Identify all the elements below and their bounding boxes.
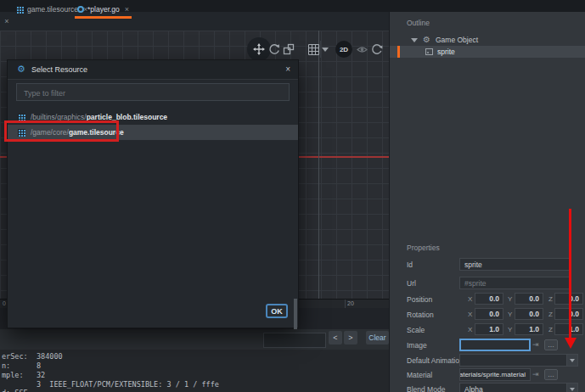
app-gear-icon: ⚙ [17, 64, 25, 75]
chevron-down-icon [570, 388, 575, 391]
dialog-scrollbar[interactable] [294, 299, 297, 329]
axis-y-label: Y [508, 295, 512, 303]
property-label: Blend Mode [407, 385, 445, 392]
property-label: Image [407, 341, 427, 350]
grid-settings-icon[interactable] [308, 44, 319, 55]
console-toolbar: < > Clear [0, 329, 389, 350]
rotation-x-field[interactable]: 0.0 [475, 308, 503, 320]
console-clear-button[interactable]: Clear [366, 331, 389, 344]
property-row-id: Id [390, 258, 585, 272]
console-output: erSec: 384000 n: 8 mple: 32 3 IEEE_FLOAT… [0, 350, 389, 392]
visibility-eye-icon[interactable] [357, 44, 368, 55]
grid-dropdown-caret-icon[interactable] [322, 48, 329, 52]
refresh-icon[interactable] [371, 43, 383, 55]
axis-z-label: Z [548, 295, 553, 303]
property-label: Url [407, 279, 416, 288]
axis-y-label: Y [508, 326, 512, 333]
ok-button[interactable]: OK [266, 304, 288, 318]
default-animation-dropdown[interactable] [459, 354, 578, 367]
mode-2d-button[interactable]: 2D [335, 41, 352, 58]
scale-x-field[interactable]: 1.0 [475, 323, 503, 335]
right-panel: Outline ⚙ Game Object sprite Properties … [389, 12, 585, 392]
resource-path: /builtins/graphics/ [31, 113, 87, 121]
axis-z-label: Z [548, 311, 553, 318]
axis-z-label: Z [548, 326, 553, 333]
id-field[interactable] [459, 258, 571, 271]
property-row-default-animation: Default Animation [390, 354, 585, 367]
dialog-title-bar[interactable]: ⚙ Select Resource × [8, 60, 298, 80]
ruler-tick-label: 20 [347, 300, 354, 306]
close-icon[interactable]: × [2, 12, 12, 31]
rotation-z-field[interactable]: 0.0 [554, 308, 583, 320]
sprite-icon [425, 48, 433, 55]
property-row-scale: Scale X 1.0 Y 1.0 Z 1.0 [390, 323, 585, 337]
dropdown-caret-button[interactable] [566, 383, 578, 392]
axis-x-label: X [468, 311, 472, 318]
position-z-field[interactable]: 0.0 [554, 293, 583, 305]
tab-player-go[interactable]: *player.go × [73, 0, 133, 19]
outline-item-sprite[interactable]: sprite [390, 46, 585, 58]
resource-path: /game/core/ [31, 128, 69, 137]
editor-window: × game.tilesource × *player.go × [0, 0, 585, 392]
property-label: Default Animation [407, 356, 464, 365]
property-row-blend-mode: Blend Mode Alpha [390, 383, 585, 392]
jump-to-resource-icon[interactable]: ⇥ [532, 340, 539, 349]
properties-header: Properties [407, 244, 440, 252]
dialog-close-icon[interactable]: × [285, 64, 290, 74]
resource-filename: game.tilesource [69, 128, 124, 137]
axis-y-label: Y [508, 311, 512, 318]
console-next-button[interactable]: > [344, 331, 357, 344]
image-browse-button[interactable]: … [544, 339, 558, 350]
outline-item-label: sprite [437, 48, 455, 56]
tilesource-grid-icon [16, 6, 24, 14]
expand-arrow-icon[interactable] [411, 38, 418, 42]
gear-icon: ⚙ [423, 36, 430, 44]
id-input[interactable] [464, 260, 566, 269]
selection-marker [397, 46, 400, 58]
image-field[interactable] [459, 339, 531, 351]
rotation-y-field[interactable]: 0.0 [515, 308, 543, 320]
scale-y-field[interactable]: 1.0 [515, 323, 543, 335]
material-field[interactable]: /builtins/materials/sprite.material [459, 368, 531, 381]
tilesource-grid-icon [18, 114, 25, 121]
ruler-tick-label: 0 [3, 300, 6, 306]
resource-list-item-selected[interactable]: /game/core/ game.tilesource [8, 125, 298, 140]
outline-item-label: Game Object [436, 36, 478, 44]
resource-list-item[interactable]: /builtins/graphics/ particle_blob.tileso… [8, 109, 298, 125]
blend-mode-dropdown[interactable]: Alpha [459, 383, 578, 392]
property-label: Rotation [407, 311, 434, 319]
console-line: 3 IEEE_FLOAT/PCM/EXTENSIBLE: 3 / 1 / fff… [2, 380, 219, 389]
dialog-title: Select Resource [31, 65, 87, 74]
scale-tool-icon[interactable] [283, 43, 295, 55]
scale-z-field[interactable]: 1.0 [554, 323, 583, 335]
filter-input[interactable] [17, 86, 289, 102]
rotate-tool-icon[interactable] [268, 43, 280, 55]
jump-to-resource-icon[interactable]: ⇥ [532, 370, 539, 378]
console-line: d: SSE [2, 389, 28, 392]
filter-field[interactable] [16, 83, 290, 101]
tab-close-icon[interactable]: × [125, 5, 129, 14]
axis-x-label: X [468, 326, 472, 333]
position-x-field[interactable]: 0.0 [475, 293, 503, 305]
tab-label: game.tilesource [27, 5, 78, 14]
select-resource-dialog: ⚙ Select Resource × /builtins/graphics/ … [7, 59, 299, 328]
outline-item-game-object[interactable]: ⚙ Game Object [390, 34, 585, 46]
material-browse-button[interactable]: … [544, 369, 558, 380]
property-label: Position [407, 295, 432, 304]
toolbar-separator [320, 41, 321, 58]
position-y-field[interactable]: 0.0 [515, 293, 543, 305]
console-prev-button[interactable]: < [329, 331, 342, 344]
property-label: Scale [407, 326, 425, 334]
axis-x-label: X [468, 295, 472, 303]
property-label: Id [407, 260, 413, 269]
dropdown-caret-button[interactable] [566, 354, 578, 367]
url-input[interactable] [464, 279, 566, 288]
url-field[interactable] [459, 277, 571, 289]
console-filter-input[interactable] [263, 333, 326, 348]
image-input[interactable] [465, 341, 525, 350]
game-object-icon [77, 6, 84, 13]
outline-header: Outline [407, 19, 430, 27]
property-row-position: Position X 0.0 Y 0.0 Z 0.0 [390, 293, 585, 306]
property-row-rotation: Rotation X 0.0 Y 0.0 Z 0.0 [390, 308, 585, 322]
move-tool-icon[interactable] [253, 43, 265, 55]
